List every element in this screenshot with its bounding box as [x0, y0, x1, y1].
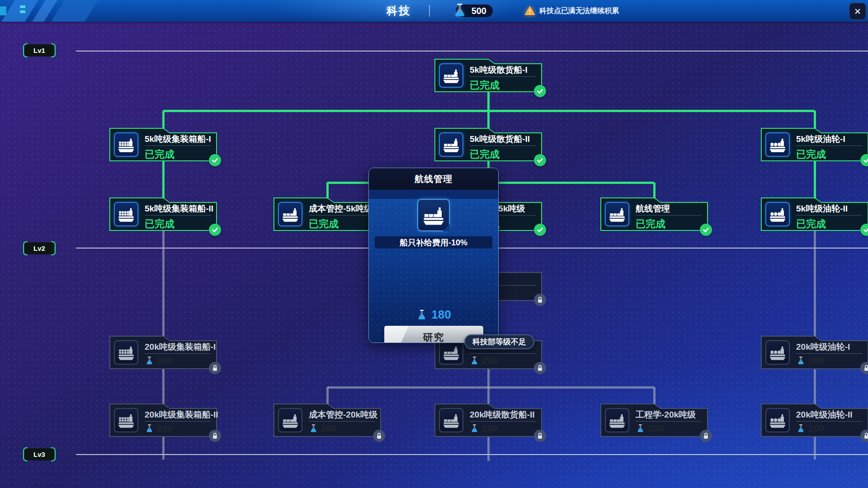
node-title: 5k吨级散货船-I: [470, 64, 528, 76]
popup-body: 船只补给费用-10% 180 研究: [369, 199, 498, 343]
header-divider: [429, 5, 430, 17]
tech-node[interactable]: 5k吨级油轮-I已完成: [761, 128, 868, 161]
node-status: 已完成: [309, 217, 339, 231]
connector-line: [487, 387, 490, 404]
popup-header: 航线管理: [369, 168, 498, 190]
level-divider-line: [76, 51, 868, 52]
container-ship-icon: [114, 340, 138, 365]
science-flask-icon: [470, 356, 479, 366]
node-status: 已完成: [145, 148, 175, 161]
level-badge-lv3: Lv3: [24, 448, 54, 460]
bulk-ship-icon: [439, 340, 463, 365]
bulk-ship-icon: [439, 63, 463, 88]
science-flask-icon: [452, 3, 467, 18]
connector-line: [814, 437, 816, 460]
node-divider: [636, 421, 702, 422]
node-cost-row: 200: [145, 355, 173, 366]
connector-line: [653, 183, 656, 198]
node-divider: [796, 353, 862, 354]
tanker-ship-icon: [765, 132, 790, 157]
node-cost-row: 200: [145, 423, 173, 434]
tech-node[interactable]: 5k吨级集装箱船-II已完成: [109, 197, 217, 231]
tech-node[interactable]: 5k吨级油轮-II已完成: [761, 197, 868, 231]
science-flask-icon: [416, 309, 428, 321]
tanker-ship-icon: [765, 408, 790, 432]
completed-check-icon: [860, 154, 868, 166]
tech-node[interactable]: 成本管控-5k吨级已完成: [274, 197, 381, 231]
completed-check-icon: [209, 224, 221, 236]
bulk-ship-icon: [605, 408, 629, 432]
node-title: 工程学-20k吨级: [636, 409, 696, 421]
warning-triangle-icon: [524, 5, 535, 16]
tech-node[interactable]: 成本管控-20k吨级200: [274, 404, 381, 437]
bulk-ship-icon: [278, 408, 302, 432]
tech-node[interactable]: 20k吨级集装箱船-I200: [109, 336, 217, 369]
node-body: 工程学-20k吨级200: [600, 404, 708, 437]
tech-node[interactable]: 20k吨级油轮-I200: [761, 336, 868, 369]
node-cost-value: 200: [808, 355, 824, 366]
node-divider: [796, 421, 862, 422]
completed-check-icon: [209, 154, 221, 166]
container-ship-icon: [114, 202, 138, 226]
node-status: 已完成: [796, 217, 826, 231]
node-title: 5k吨级集装箱船-I: [145, 133, 211, 145]
level-badge-lv1: Lv1: [24, 44, 54, 56]
bulk-ship-icon: [439, 132, 463, 157]
node-status: 已完成: [470, 79, 500, 92]
node-body: 20k吨级集装箱船-I200: [109, 336, 217, 369]
node-divider: [470, 353, 536, 354]
science-flask-icon: [470, 424, 479, 433]
locked-lock-icon: [209, 362, 221, 374]
connector-line: [326, 387, 329, 404]
science-flask-icon: [796, 356, 806, 366]
node-divider: [309, 215, 375, 216]
tanker-ship-icon: [765, 340, 790, 365]
locked-lock-icon: [860, 362, 868, 374]
tech-node[interactable]: 20k吨级集装箱船-II200: [109, 404, 217, 437]
node-divider: [470, 145, 536, 146]
level-badge-lv2: Lv2: [24, 242, 54, 254]
research-button-label: 研究: [423, 332, 445, 343]
node-divider: [796, 215, 862, 216]
tech-node[interactable]: 5k吨级集装箱船-I已完成: [109, 128, 217, 161]
close-button[interactable]: ✕: [849, 3, 866, 20]
node-title: 20k吨级散货船-II: [470, 409, 535, 421]
node-cost-value: 200: [482, 423, 498, 434]
connector-line: [814, 111, 816, 129]
bulk-ship-icon: [439, 408, 463, 432]
node-divider: [470, 421, 536, 422]
node-title: 成本管控-5k吨级: [309, 203, 373, 215]
connector-line: [814, 231, 816, 337]
node-title: 20k吨级集装箱船-II: [145, 409, 218, 421]
benefit-label: 船只补给费用-10%: [375, 236, 492, 249]
connector-line: [327, 386, 654, 389]
node-body: 5k吨级集装箱船-I已完成: [109, 128, 217, 161]
top-bar: 科技 500 科技点已满无法继续积累 ✕: [0, 0, 868, 22]
node-divider: [309, 421, 375, 422]
tech-node[interactable]: 工程学-20k吨级200: [600, 404, 708, 437]
tech-node[interactable]: 航线管理已完成: [600, 197, 708, 231]
tech-node[interactable]: 20k吨级油轮-II200: [761, 404, 868, 437]
node-cost-value: 200: [157, 355, 173, 366]
locked-lock-icon: [700, 430, 712, 442]
node-status: 已完成: [470, 148, 500, 161]
connector-line: [162, 111, 165, 129]
node-body: 5k吨级油轮-II已完成: [761, 197, 868, 231]
node-cost-value: 200: [482, 355, 498, 366]
tanker-ship-icon: [765, 202, 790, 226]
page-title: 科技: [387, 0, 411, 22]
connector-line: [487, 369, 490, 388]
node-body: 航线管理已完成: [600, 197, 708, 231]
tech-node[interactable]: 20k吨级散货船-II200: [434, 404, 542, 437]
node-status: 已完成: [145, 217, 175, 231]
tech-points-display: 500: [456, 5, 493, 17]
connector-line: [162, 369, 165, 404]
connector-line: [653, 387, 656, 404]
tech-node[interactable]: 5k吨级散货船-I已完成: [434, 59, 542, 92]
node-cost-value: 200: [321, 423, 337, 434]
tech-node[interactable]: 5k吨级散货船-II已完成: [434, 128, 542, 161]
locked-lock-icon: [860, 430, 868, 442]
node-divider: [145, 145, 211, 146]
locked-lock-icon: [534, 294, 546, 306]
node-body: 成本管控-5k吨级已完成: [274, 197, 381, 231]
